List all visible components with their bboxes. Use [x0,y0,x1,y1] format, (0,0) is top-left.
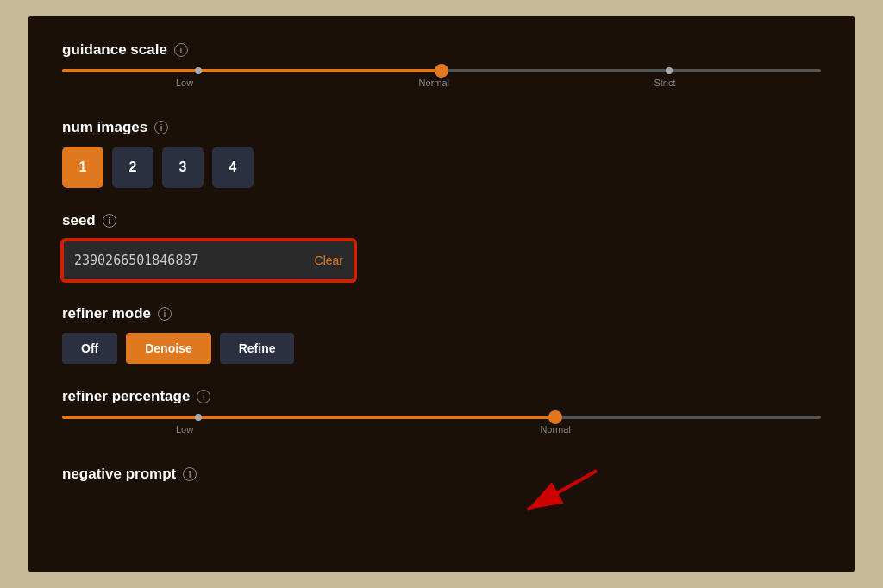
guidance-scale-section: guidance scale i Low Normal Strict [62,41,821,95]
refiner-mode-info-icon[interactable]: i [158,307,172,321]
num-images-btn-1[interactable]: 1 [62,147,103,188]
refiner-off-button[interactable]: Off [62,333,117,364]
refiner-low-tick [195,414,202,421]
num-images-btn-3[interactable]: 3 [162,147,204,188]
num-images-info-icon[interactable]: i [154,121,168,134]
refiner-low-label: Low [176,424,193,435]
guidance-scale-info-icon[interactable]: i [174,43,188,57]
guidance-scale-label: guidance scale i [62,41,821,59]
guidance-scale-fill [62,69,442,72]
num-images-text: num images [62,119,147,136]
refiner-mode-text: refiner mode [62,305,151,322]
guidance-strict-label: Strict [654,78,675,88]
seed-info-icon[interactable]: i [103,214,116,228]
outer-frame: guidance scale i Low Normal Strict [0,0,883,588]
refiner-percentage-slider[interactable]: Low Normal [62,416,821,441]
refiner-percentage-fill [62,416,555,419]
guidance-scale-slider[interactable]: Low Normal Strict [62,69,821,95]
refiner-percentage-info-icon[interactable]: i [197,390,210,403]
seed-section: seed i Clear [62,212,821,281]
refiner-percentage-text: refiner percentage [62,388,190,405]
refiner-denoise-button[interactable]: Denoise [126,333,210,364]
num-images-label: num images i [62,119,821,136]
num-images-buttons: 1 2 3 4 [62,147,821,188]
seed-label: seed i [62,212,821,229]
guidance-strict-tick [666,67,673,74]
guidance-low-tick [195,67,202,74]
num-images-btn-4[interactable]: 4 [212,147,254,188]
num-images-section: num images i 1 2 3 4 [62,119,821,188]
seed-clear-button[interactable]: Clear [315,253,343,267]
negative-prompt-text: negative prompt [62,466,176,483]
refiner-percentage-track [62,416,821,419]
seed-wrapper: Clear [62,240,355,281]
refiner-normal-label: Normal [540,424,570,435]
negative-prompt-section: negative prompt i [62,466,821,483]
main-panel: guidance scale i Low Normal Strict [28,16,855,572]
seed-input[interactable] [74,253,315,268]
seed-text: seed [62,212,96,229]
guidance-scale-track [62,69,821,72]
refiner-mode-buttons: Off Denoise Refine [62,333,821,364]
num-images-btn-2[interactable]: 2 [112,147,153,188]
refiner-refine-button[interactable]: Refine [220,333,295,364]
seed-input-container: Clear [62,240,355,281]
guidance-scale-text: guidance scale [62,41,167,59]
negative-prompt-info-icon[interactable]: i [183,467,197,481]
negative-prompt-label: negative prompt i [62,466,821,483]
refiner-mode-label: refiner mode i [62,305,821,322]
refiner-percentage-label: refiner percentage i [62,388,821,405]
refiner-percentage-thumb[interactable] [548,410,562,424]
guidance-low-label: Low [176,78,193,88]
refiner-percentage-section: refiner percentage i Low Normal [62,388,821,441]
refiner-mode-section: refiner mode i Off Denoise Refine [62,305,821,364]
guidance-scale-thumb[interactable] [435,64,448,78]
guidance-normal-label: Normal [419,78,449,88]
